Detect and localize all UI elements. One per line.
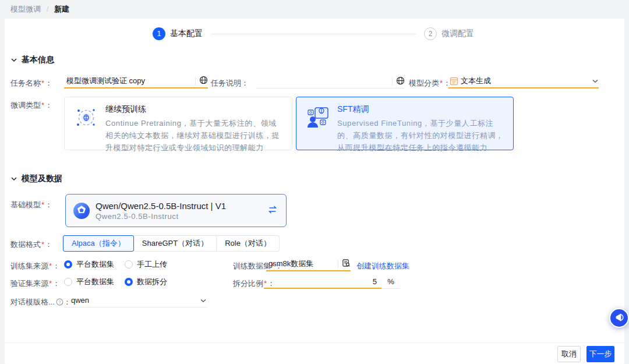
- sft-person-icon: [305, 104, 331, 131]
- finetune-card-desc: Supervised FineTuning，基于少量人工标注的、高质量数据，有针…: [337, 117, 505, 154]
- step-basic-config: 1 基本配置: [153, 27, 203, 40]
- task-name-label: 任务名称*：: [10, 78, 52, 89]
- step-1-label: 基本配置: [170, 29, 203, 39]
- step-finetune-config: 2 微调配置: [424, 27, 474, 40]
- finetune-card-sft[interactable]: SFT精调 Supervised FineTuning，基于少量人工标注的、高质…: [296, 97, 514, 150]
- radio-platform-dataset[interactable]: 平台数据集: [64, 259, 114, 270]
- chat-template-label: 对话模版格...?：: [10, 297, 71, 308]
- radio-manual-upload[interactable]: 手工上传: [125, 259, 167, 270]
- field-divider: [195, 77, 196, 85]
- step-2-circle: 2: [424, 27, 437, 40]
- valid-source-label: 验证集来源*：: [10, 278, 60, 289]
- text-generation-icon: [450, 77, 458, 86]
- stepper: 1 基本配置 2 微调配置: [153, 27, 474, 41]
- footer-divider: [5, 342, 624, 343]
- breadcrumb: 模型微调 / 新建: [10, 4, 69, 15]
- stepper-connector: [211, 34, 416, 34]
- finetune-card-continue-pretraining[interactable]: 继续预训练 Continue Pretraining，基于大量无标注的、领域相关…: [64, 97, 292, 150]
- globe-icon[interactable]: [199, 76, 208, 86]
- chevron-down-icon: [592, 77, 599, 84]
- main-panel: 1 基本配置 2 微调配置: [5, 19, 624, 364]
- task-desc-input[interactable]: [256, 75, 405, 89]
- data-format-option-sharegpt[interactable]: ShareGPT（对话）: [133, 235, 217, 252]
- section-basic-info-title: 基本信息: [22, 55, 54, 65]
- split-ratio-suffix: %: [381, 275, 400, 289]
- base-model-label: 基础模型*：: [10, 200, 52, 210]
- chevron-down-icon: [10, 175, 17, 182]
- radio-platform-dataset[interactable]: 平台数据集: [64, 277, 114, 287]
- finetune-card-title: SFT精调: [337, 104, 505, 115]
- finetune-type-label: 微调类型*：: [10, 100, 52, 111]
- base-model-title: Qwen/Qwen2.5-0.5B-Instruct | V1: [96, 201, 267, 211]
- svg-text:?: ?: [58, 299, 61, 305]
- cancel-button[interactable]: 取消: [557, 346, 581, 362]
- finetune-card-body: 继续预训练 Continue Pretraining，基于大量无标注的、领域相关…: [105, 103, 284, 144]
- data-format-group: Alpaca（指令） ShareGPT（对话） Role（对话）: [63, 235, 280, 252]
- chevron-down-icon: [200, 297, 207, 304]
- finetune-card-body: SFT精调 Supervised FineTuning，基于少量人工标注的、高质…: [337, 103, 505, 144]
- radio-unselected-icon: [125, 260, 133, 268]
- chevron-down-icon: [10, 56, 17, 63]
- model-category-label: 模型分类*：: [409, 78, 451, 89]
- data-format-option-role[interactable]: Role（对话）: [216, 235, 280, 252]
- train-source-label: 训练集来源*：: [10, 261, 60, 271]
- next-step-button[interactable]: 下一步: [586, 346, 614, 362]
- model-category-select[interactable]: 文本生成: [448, 75, 599, 89]
- swap-model-icon[interactable]: [267, 206, 278, 215]
- train-source-group: 平台数据集 手工上传: [64, 259, 178, 270]
- breadcrumb-parent[interactable]: 模型微调: [10, 5, 41, 13]
- train-dataset-input[interactable]: gsm8k数据集: [266, 257, 351, 271]
- finetune-create-page: 模型微调 / 新建 1 基本配置 2 微调配置 基本信息 任务名称*： 模型微调…: [0, 0, 629, 364]
- radio-data-split[interactable]: 数据拆分: [125, 277, 167, 287]
- field-divider: [392, 77, 393, 86]
- task-desc-label: 任务说明：: [211, 78, 249, 89]
- help-icon[interactable]: ?: [56, 298, 63, 306]
- field-divider: [338, 260, 338, 268]
- breadcrumb-separator: /: [47, 5, 49, 13]
- breadcrumb-current: 新建: [54, 5, 69, 13]
- radio-unselected-icon: [64, 278, 72, 286]
- data-format-label: 数据格式*：: [10, 239, 52, 250]
- finetune-card-title: 继续预训练: [105, 104, 284, 115]
- finetune-card-desc: Continue Pretraining，基于大量无标注的、领域相关的纯文本数据…: [105, 117, 284, 154]
- assistant-icon: [614, 312, 624, 324]
- step-1-circle: 1: [153, 27, 165, 40]
- assistant-float-button[interactable]: [609, 308, 629, 328]
- create-train-dataset-link[interactable]: 创建训练数据集: [356, 261, 409, 271]
- base-model-subtitle: Qwen2.5-0.5B-Instruct: [96, 212, 267, 221]
- base-model-text: Qwen/Qwen2.5-0.5B-Instruct | V1 Qwen2.5-…: [96, 201, 267, 221]
- chat-template-select[interactable]: qwen: [64, 294, 207, 308]
- section-basic-info[interactable]: 基本信息: [10, 55, 54, 65]
- section-model-data[interactable]: 模型及数据: [10, 174, 62, 184]
- radio-selected-icon: [125, 278, 133, 286]
- data-format-option-alpaca[interactable]: Alpaca（指令）: [63, 235, 134, 252]
- valid-source-group: 平台数据集 数据拆分: [64, 277, 178, 287]
- base-model-card[interactable]: Qwen/Qwen2.5-0.5B-Instruct | V1 Qwen2.5-…: [65, 194, 287, 227]
- dataset-search-icon[interactable]: [342, 259, 351, 269]
- globe-icon[interactable]: [396, 76, 405, 87]
- section-model-data-title: 模型及数据: [22, 174, 62, 184]
- task-name-input[interactable]: 模型微调测试验证 copy: [64, 75, 208, 89]
- brain-pretrain-icon: [73, 104, 100, 131]
- split-ratio-input[interactable]: 5: [264, 275, 381, 289]
- radio-selected-icon: [64, 260, 72, 268]
- step-2-label: 微调配置: [441, 29, 474, 39]
- qwen-logo-icon: [73, 203, 90, 219]
